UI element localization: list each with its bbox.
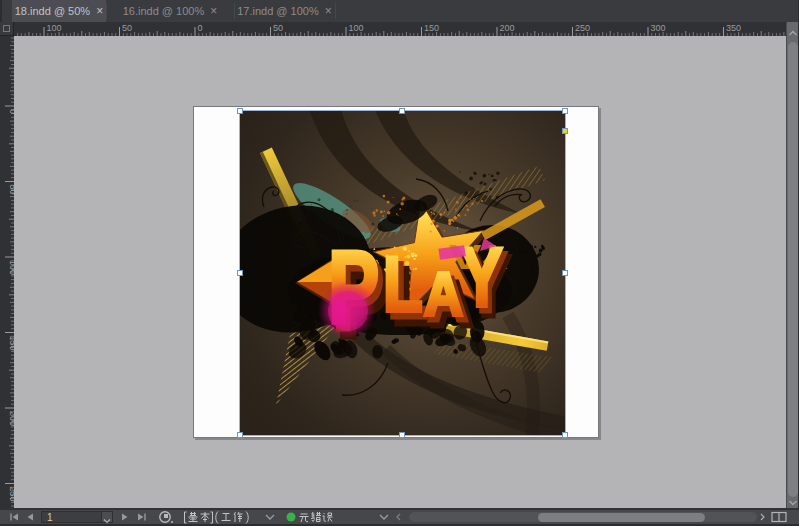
svg-text:0: 0 xyxy=(8,109,15,114)
svg-text:250: 250 xyxy=(8,487,15,502)
svg-text:50: 50 xyxy=(122,23,132,33)
svg-text:50: 50 xyxy=(8,185,15,195)
svg-text:0: 0 xyxy=(198,23,203,33)
svg-text:100: 100 xyxy=(8,260,15,275)
svg-text:150: 150 xyxy=(424,23,439,33)
svg-text:50: 50 xyxy=(273,23,283,33)
svg-text:Y: Y xyxy=(461,231,503,324)
svg-text:150: 150 xyxy=(8,336,15,351)
svg-text:A: A xyxy=(424,260,463,328)
svg-text:L: L xyxy=(383,240,423,327)
svg-text:100: 100 xyxy=(47,23,62,33)
svg-text:200: 200 xyxy=(8,411,15,426)
svg-text:350: 350 xyxy=(726,23,741,33)
svg-text:250: 250 xyxy=(575,23,590,33)
svg-text:100: 100 xyxy=(349,23,364,33)
svg-text:300: 300 xyxy=(651,23,666,33)
svg-text:200: 200 xyxy=(500,23,515,33)
